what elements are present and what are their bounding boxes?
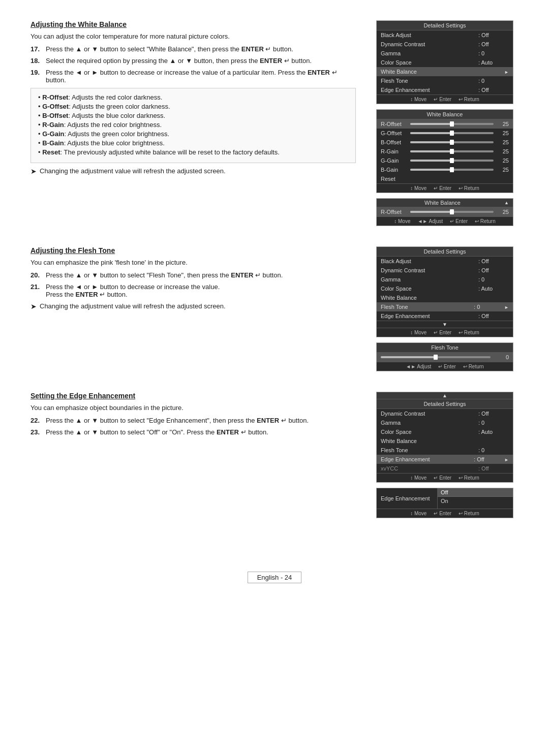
- step-text-18: Select the required option by pressing t…: [46, 57, 356, 65]
- ft-note: ➤ Changing the adjustment value will ref…: [30, 302, 356, 310]
- ee-title: Setting the Edge Enhancement: [30, 392, 356, 400]
- ft-slider-footer: ◄► Adjust ↵ Enter ↩ Return: [377, 362, 513, 371]
- panel-row-edge-enhancement: Edge Enhancement : Off: [377, 85, 513, 94]
- tri-up-icon: ▲: [504, 200, 509, 205]
- ee-desc: You can emphasize object boundaries in t…: [30, 404, 356, 412]
- section-left-wb: Adjusting the White Balance You can adju…: [30, 20, 361, 226]
- ft-panel-row-dynamic-contrast: Dynamic Contrast : Off: [377, 266, 513, 275]
- ee-dropdown-content: Edge Enhancement Off On: [377, 488, 513, 509]
- ee-detailed-title: Detailed Settings: [377, 399, 513, 409]
- ee-step-22: 22. Press the ▲ or ▼ button to select "E…: [30, 417, 356, 424]
- wb-detailed-title: Detailed Settings: [377, 21, 513, 30]
- step-text-17: Press the ▲ or ▼ button to select "White…: [46, 45, 356, 53]
- wb-single-row: R-Offset 25: [377, 207, 513, 216]
- footer-label: English - 24: [248, 572, 302, 583]
- bullet-r-offset: R-Offset: Adjusts the red color darkness…: [38, 93, 348, 101]
- ft-slider-title: Flesh Tone: [377, 343, 513, 353]
- ft-slider-track: [381, 356, 491, 358]
- footer-enter: ↵ Enter: [434, 97, 451, 102]
- wb-note-text: Changing the adjustment value will refre…: [40, 167, 226, 175]
- ee-panel-row-white-balance: White Balance: [377, 436, 513, 446]
- wb-single-footer: ↕ Move ◄► Adjust ↵ Enter ↩ Return: [377, 216, 513, 226]
- panel-row-flesh-tone: Flesh Tone : 0: [377, 76, 513, 85]
- ft-detailed-title: Detailed Settings: [377, 247, 513, 257]
- ee-dropdown-panel: Edge Enhancement Off On ↕ Move ↵ Enter ↩…: [376, 488, 513, 518]
- ft-slider-panel: Flesh Tone 0 ◄► Adjust ↵ Enter ↩ Return: [376, 342, 513, 371]
- slider-track-b-offset: [410, 141, 494, 143]
- ft-panel-row-gamma: Gamma : 0: [377, 275, 513, 284]
- bullet-g-offset: G-Offset: Adjusts the green color darkne…: [38, 103, 348, 110]
- wb-desc: You can adjust the color temperature for…: [30, 33, 356, 40]
- ft-title: Adjusting the Flesh Tone: [30, 246, 356, 255]
- slider-row-r-offset: R-Offset 25: [377, 119, 513, 129]
- slider-track-single: [410, 211, 494, 213]
- step-num-18: 18.: [30, 57, 43, 65]
- step-num-19: 19.: [30, 69, 43, 84]
- slider-fill-r-offset: [410, 123, 452, 125]
- footer-move: ↕ Move: [410, 97, 426, 102]
- step-text-22: Press the ▲ or ▼ button to select "Edge …: [46, 417, 356, 424]
- ee-panel-row-edge-hl: Edge Enhancement : Off: [377, 455, 513, 464]
- step-num-21: 21.: [30, 283, 43, 298]
- section-right-wb: Detailed Settings Black Adjust : Off Dyn…: [376, 20, 518, 226]
- step-num-20: 20.: [30, 271, 43, 279]
- section-right-ee: ▲ Detailed Settings Dynamic Contrast : O…: [376, 392, 518, 518]
- panel-row-black-adjust: Black Adjust : Off: [377, 30, 513, 40]
- section-right-ft: Detailed Settings Black Adjust : Off Dyn…: [376, 246, 518, 371]
- slider-thumb-r-offset: [450, 121, 454, 127]
- slider-track-g-offset: [410, 132, 494, 134]
- step-num-22: 22.: [30, 417, 43, 424]
- wb-step-18: 18. Select the required option by pressi…: [30, 57, 356, 65]
- note-arrow-wb: ➤: [30, 167, 37, 175]
- ee-dropdown-options: Off On: [438, 488, 513, 509]
- slider-track-g-gain: [410, 160, 494, 162]
- ee-panel-row-dynamic-contrast: Dynamic Contrast : Off: [377, 409, 513, 418]
- panel-row-gamma: Gamma : 0: [377, 49, 513, 58]
- panel-row-dynamic-contrast: Dynamic Contrast : Off: [377, 40, 513, 49]
- wb-title: Adjusting the White Balance: [30, 20, 356, 28]
- slider-row-r-gain: R-Gain 25: [377, 147, 513, 156]
- edge-option-on[interactable]: On: [438, 497, 513, 505]
- slider-row-reset: Reset: [377, 174, 513, 183]
- slider-row-b-offset: B-Offset 25: [377, 138, 513, 147]
- step-num-23: 23.: [30, 428, 43, 436]
- ee-dropdown-footer: ↕ Move ↵ Enter ↩ Return: [377, 509, 513, 518]
- ft-note-text: Changing the adjustment value will refre…: [40, 302, 226, 310]
- slider-row-g-offset: G-Offset 25: [377, 129, 513, 138]
- ee-step-23: 23. Press the ▲ or ▼ button to select "O…: [30, 428, 356, 436]
- ft-panel-row-flesh-tone-hl: Flesh Tone : 0: [377, 302, 513, 311]
- ft-step-20: 20. Press the ▲ or ▼ button to select "F…: [30, 271, 356, 279]
- bullet-reset: Reset: The previously adjusted white bal…: [38, 148, 348, 156]
- note-arrow-ft: ➤: [30, 302, 37, 310]
- ee-panel-row-color-space: Color Space : Auto: [377, 427, 513, 436]
- ee-detailed-footer: ↕ Move ↵ Enter ↩ Return: [377, 473, 513, 482]
- step-text-19: Press the ◄ or ► button to decrease or i…: [46, 69, 356, 84]
- wb-sliders-panel: White Balance R-Offset 25 G-Offset 25: [376, 109, 513, 193]
- ft-detailed-footer: ↕ Move ↵ Enter ↩ Return: [377, 328, 513, 337]
- ee-dropdown-label: Edge Enhancement: [377, 488, 438, 509]
- ft-panel-row-black-adjust: Black Adjust : Off: [377, 257, 513, 266]
- footer-return: ↩ Return: [459, 97, 479, 102]
- page-footer: English - 24: [30, 569, 518, 586]
- section-left-ee: Setting the Edge Enhancement You can emp…: [30, 392, 361, 518]
- step-text-23: Press the ▲ or ▼ button to select "Off" …: [46, 428, 356, 436]
- ft-panel-down-arrow: ▼: [377, 321, 513, 328]
- section-left-ft: Adjusting the Flesh Tone You can emphasi…: [30, 246, 361, 371]
- wb-step-19: 19. Press the ◄ or ► button to decrease …: [30, 69, 356, 84]
- ee-panel-row-gamma: Gamma : 0: [377, 418, 513, 427]
- bullet-b-gain: B-Gain: Adjusts the blue color brightnes…: [38, 139, 348, 147]
- edge-option-off[interactable]: Off: [438, 488, 513, 497]
- slider-track-r-gain: [410, 150, 494, 152]
- ft-step-21: 21. Press the ◄ or ► button to decrease …: [30, 283, 356, 298]
- slider-track-b-gain: [410, 169, 494, 171]
- wb-single-title: White Balance: [381, 200, 504, 206]
- ee-panel-row-flesh-tone: Flesh Tone : 0: [377, 446, 513, 455]
- wb-bullets: R-Offset: Adjusts the red color darkness…: [30, 88, 356, 163]
- bullet-b-offset: B-Offset: Adjusts the blue color darknes…: [38, 112, 348, 119]
- section-white-balance: Adjusting the White Balance You can adju…: [30, 20, 518, 226]
- ft-slider-row: 0: [377, 353, 513, 362]
- step-num-17: 17.: [30, 45, 43, 53]
- slider-track-r-offset: [410, 123, 494, 125]
- ft-detailed-panel: Detailed Settings Black Adjust : Off Dyn…: [376, 246, 513, 337]
- wb-single-panel: White Balance ▲ R-Offset 25 ↕ Move ◄► Ad…: [376, 198, 513, 226]
